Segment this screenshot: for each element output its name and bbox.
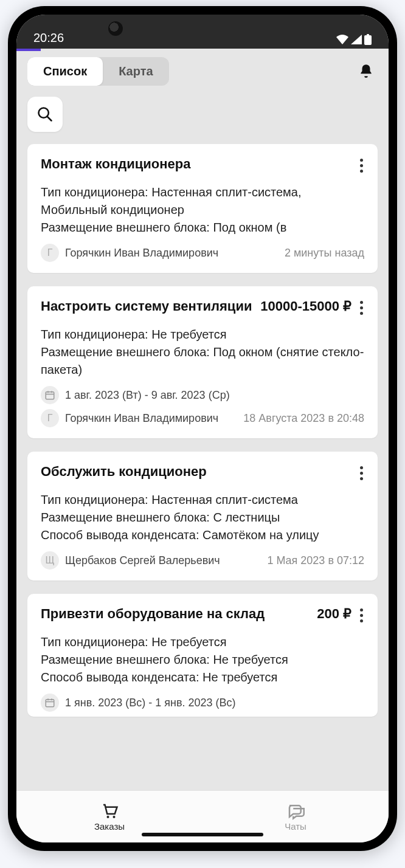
author-name: Горячкин Иван Владимирович [65,412,237,425]
view-toggle: Список Карта [27,57,169,86]
order-date-range: 1 янв. 2023 (Вс) - 1 янв. 2023 (Вс) [65,697,236,709]
search-icon [36,106,54,123]
cart-icon [100,802,119,820]
svg-rect-0 [364,35,372,45]
screen: 20:26 Список Карта [16,15,389,842]
top-bar: Список Карта [16,51,389,86]
author-name: Щербаков Сергей Валерьевич [65,554,261,567]
battery-icon [364,34,372,45]
order-title: Монтаж кондиционера [41,156,351,172]
order-time: 18 Августа 2023 в 20:48 [243,412,364,425]
order-card[interactable]: Настроить систему вентиляции 10000-15000… [27,286,378,438]
order-menu-button[interactable] [359,606,364,625]
phone-frame: 20:26 Список Карта [8,6,397,851]
order-price: 200 ₽ [317,606,351,622]
order-description: Тип кондиционера: Не требуется Размещени… [41,633,364,686]
search-button[interactable] [27,97,63,132]
order-card[interactable]: Обслужить кондиционер Тип кондиционера: … [27,452,378,580]
order-description: Тип кондиционера: Настенная сплит-систем… [41,491,364,544]
order-menu-button[interactable] [359,156,364,175]
order-description: Тип кондиционера: Не требуется Размещени… [41,326,364,379]
order-title: Обслужить кондиционер [41,464,351,480]
order-date-range: 1 авг. 2023 (Вт) - 9 авг. 2023 (Ср) [65,389,230,402]
notifications-button[interactable] [358,60,378,83]
order-menu-button[interactable] [359,298,364,317]
order-card[interactable]: Монтаж кондиционера Тип кондиционера: На… [27,144,378,273]
svg-rect-1 [367,34,369,36]
order-price: 10000-15000 ₽ [260,298,351,314]
avatar: Г [41,409,59,427]
svg-line-3 [47,117,52,121]
calendar-icon [41,694,59,712]
wifi-icon [336,35,348,44]
order-card[interactable]: Привезти оборудование на склад 200 ₽ Тип… [27,594,378,717]
tab-list[interactable]: Список [27,57,103,86]
svg-rect-4 [46,392,54,399]
nav-chats-label: Чаты [285,821,306,832]
order-menu-button[interactable] [359,464,364,483]
calendar-icon [41,386,59,404]
svg-point-12 [107,816,109,818]
order-title: Привезти оборудование на склад [41,606,310,622]
chat-icon [286,802,305,820]
author-name: Горячкин Иван Владимирович [65,247,279,260]
order-time: 2 минуты назад [285,247,364,260]
status-icons [336,34,372,45]
signal-icon [351,35,362,44]
order-description: Тип кондиционера: Настенная сплит-систем… [41,184,364,236]
status-bar: 20:26 [16,15,389,49]
avatar: Г [41,244,59,262]
avatar: Щ [41,551,59,570]
loading-progress [16,49,389,51]
orders-list[interactable]: Монтаж кондиционера Тип кондиционера: На… [16,144,389,790]
order-time: 1 Мая 2023 в 07:12 [267,554,364,567]
svg-rect-8 [46,700,54,707]
home-indicator[interactable] [142,833,263,836]
svg-point-13 [113,816,116,818]
tab-map[interactable]: Карта [103,57,168,86]
search-row [16,86,389,144]
bell-icon [358,63,374,79]
nav-orders-label: Заказы [94,821,125,832]
status-time: 20:26 [33,31,64,45]
order-title: Настроить систему вентиляции [41,298,253,314]
